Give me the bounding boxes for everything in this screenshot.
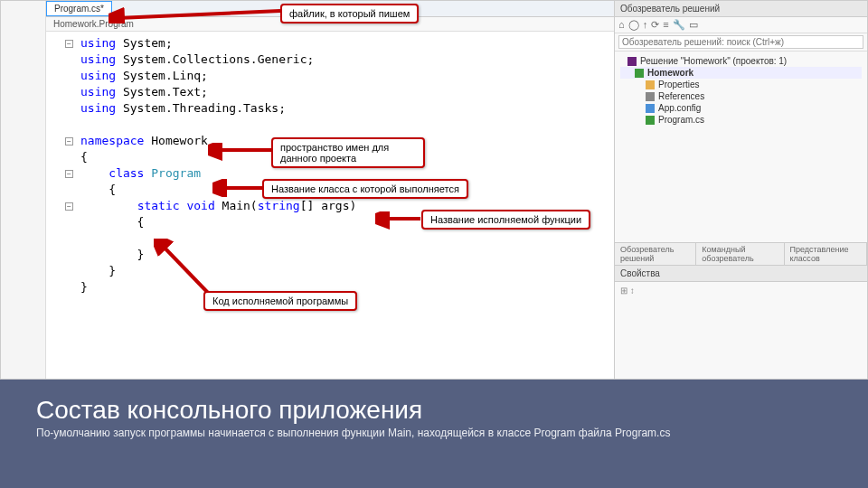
programcs-node[interactable]: Program.cs	[620, 114, 862, 126]
properties-label: Properties	[658, 80, 700, 89]
references-label: References	[658, 91, 704, 101]
project-label: Homework	[647, 68, 693, 78]
svg-line-4	[161, 244, 208, 293]
callout-class: Название класса с которой выполняется	[262, 179, 468, 199]
solution-search-input[interactable]	[618, 35, 863, 49]
solution-root-label: Решение "Homework" (проектов: 1)	[640, 56, 787, 66]
back-icon[interactable]: ◯	[628, 19, 639, 31]
programcs-label: Program.cs	[658, 115, 704, 125]
fold-gutter[interactable]: − − − −	[53, 35, 80, 379]
config-icon	[646, 104, 655, 113]
panel-tab-0[interactable]: Обозреватель решений	[615, 243, 696, 265]
tab-program-cs[interactable]: Program.cs*	[46, 1, 112, 16]
solution-explorer-title: Обозреватель решений	[615, 1, 867, 17]
properties-node[interactable]: Properties	[620, 79, 862, 90]
solution-icon	[627, 57, 637, 66]
callout-namespace: пространство имен для данного проекта	[271, 137, 425, 168]
panel-tab-1[interactable]: Командный обозреватель	[696, 243, 784, 265]
references-icon	[646, 92, 655, 101]
properties-panel: Свойства ⊞ ↕	[615, 266, 867, 379]
callout-code: Код исполняемой программы	[203, 291, 357, 311]
panel-tab-2[interactable]: Представление классов	[785, 243, 867, 265]
solution-root[interactable]: Решение "Homework" (проектов: 1)	[620, 55, 862, 67]
svg-line-0	[118, 11, 280, 18]
properties-tools[interactable]: ⊞ ↕	[615, 282, 867, 299]
slide-title: Состав консольного приложения	[36, 396, 832, 425]
solution-tree[interactable]: Решение "Homework" (проектов: 1) Homewor…	[615, 52, 867, 129]
references-node[interactable]: References	[620, 90, 862, 102]
properties-icon[interactable]: 🔧	[673, 19, 685, 31]
code-editor[interactable]: − − − − using System; using System.Colle…	[46, 32, 614, 379]
solution-search-row	[615, 33, 867, 52]
up-icon[interactable]: ↑	[643, 19, 648, 31]
project-node[interactable]: Homework	[620, 67, 862, 79]
properties-title: Свойства	[615, 266, 867, 282]
code-content[interactable]: using System; using System.Collections.G…	[80, 35, 614, 379]
callout-main: Название исполняемой функции	[421, 210, 590, 230]
arrow-class	[212, 179, 267, 197]
csfile-icon	[646, 116, 655, 125]
solution-explorer-panel: Обозреватель решений ⌂ ◯ ↑ ⟳ ≡ 🔧 ▭ Решен…	[614, 1, 867, 379]
slide-caption: Состав консольного приложения По-умолчан…	[0, 380, 868, 488]
project-icon	[635, 69, 644, 78]
appconfig-node[interactable]: App.config	[620, 102, 862, 114]
appconfig-label: App.config	[658, 103, 701, 113]
folder-icon	[646, 80, 655, 89]
slide-subtitle: По-умолчанию запуск программы начинается…	[36, 427, 723, 441]
collapse-icon[interactable]: ≡	[663, 19, 668, 31]
left-tool-strip[interactable]	[1, 1, 46, 379]
arrow-file	[108, 5, 285, 23]
show-all-icon[interactable]: ▭	[689, 19, 698, 31]
tab-label: Program.cs*	[54, 4, 104, 14]
callout-file: файлик, в который пишем	[280, 4, 419, 23]
solution-toolbar[interactable]: ⌂ ◯ ↑ ⟳ ≡ 🔧 ▭	[615, 17, 867, 33]
arrow-namespace	[208, 143, 280, 161]
refresh-icon[interactable]: ⟳	[651, 19, 659, 31]
home-icon[interactable]: ⌂	[618, 19, 625, 31]
panel-tab-row[interactable]: Обозреватель решений Командный обозреват…	[615, 242, 867, 266]
